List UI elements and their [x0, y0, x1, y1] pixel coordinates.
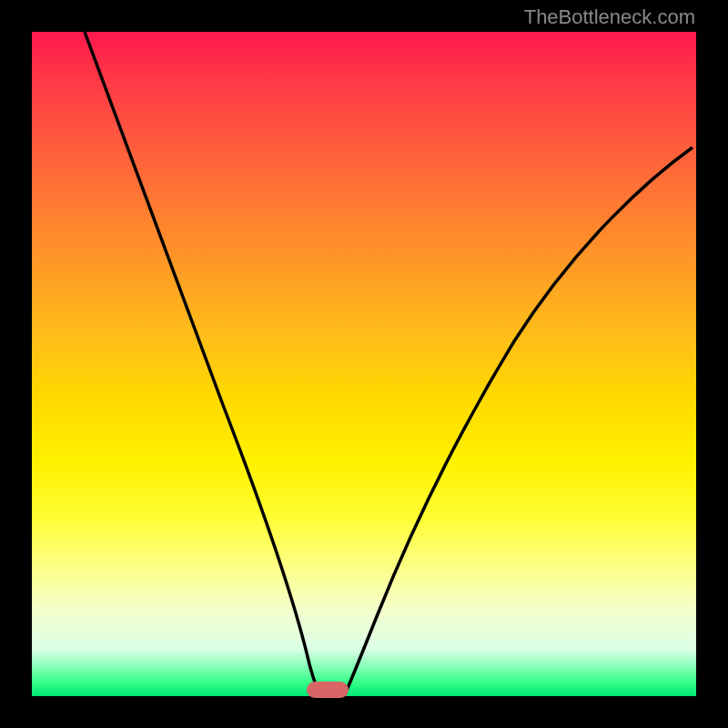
frame-bottom	[0, 696, 728, 728]
bottleneck-marker	[307, 682, 349, 698]
chart-frame: TheBottleneck.com	[0, 0, 728, 728]
frame-left	[0, 0, 32, 728]
frame-right	[696, 0, 728, 728]
curve-svg	[32, 32, 696, 696]
right-curve	[344, 147, 693, 696]
left-curve	[85, 32, 321, 696]
watermark-text: TheBottleneck.com	[524, 5, 695, 29]
